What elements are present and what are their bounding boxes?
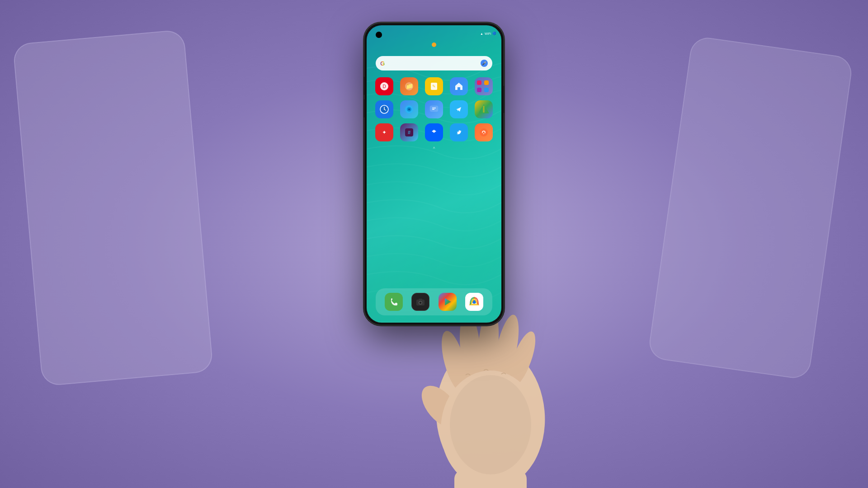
gallery-icon [400,100,418,118]
svg-rect-33 [419,299,422,300]
app-clock[interactable] [373,100,396,120]
dock-phone[interactable] [385,293,403,311]
app-grid: D 📁 ✎ [372,77,496,153]
svg-text:📁: 📁 [406,82,414,90]
authy-icon: ✦ [375,123,393,141]
app-musicvideo[interactable] [472,77,495,97]
volume-up-button[interactable] [364,77,364,95]
app-home[interactable] [447,77,471,97]
svg-text:✎: ✎ [432,84,436,89]
date-weather-widget [367,42,501,47]
musicvideo-icon [475,77,493,95]
solidexp-icon: 📁 [400,77,418,95]
sun-icon [432,42,436,47]
svg-point-29 [480,128,488,136]
telegram-icon [450,100,468,118]
twitter-icon [450,123,468,141]
app-syncpro[interactable] [472,123,495,143]
wifi-icon: WiFi [485,32,491,35]
app-dropbox[interactable] [422,123,446,143]
svg-point-14 [408,108,410,110]
dropbox-icon [425,123,443,141]
svg-marker-34 [445,298,451,305]
app-telegram[interactable] [447,100,471,120]
svg-text:#: # [408,130,411,135]
phone-wrapper: ▲ WiFi 🔵 G 🎤 [364,23,504,325]
clock-icon [375,100,393,118]
google-search-bar[interactable]: G 🎤 [376,56,492,70]
app-slack[interactable]: # [397,123,421,143]
app-keepnotes[interactable]: ✎ [422,77,446,97]
date-text [367,42,501,47]
dock-chrome[interactable] [465,293,483,311]
app-messages[interactable] [422,100,446,120]
power-button[interactable] [504,86,504,113]
app-drive[interactable] [472,100,495,120]
app-solidexp[interactable]: 📁 [397,77,421,97]
app-dock [376,288,492,315]
syncpro-icon [475,123,493,141]
slack-icon: # [400,123,418,141]
messages-icon [425,100,443,118]
keepnotes-icon: ✎ [425,77,443,95]
dock-camera[interactable] [411,293,429,311]
app-twitter[interactable] [447,123,471,143]
app-row-1: D 📁 ✎ [372,77,496,97]
status-icons: ▲ WiFi 🔵 [480,32,498,35]
dock-playstore[interactable] [439,293,457,311]
status-bar: ▲ WiFi 🔵 [367,29,501,38]
signal-icon: ▲ [480,32,483,35]
bluetooth-icon: 🔵 [492,32,496,35]
svg-point-46 [450,375,531,474]
phone-screen: ▲ WiFi 🔵 G 🎤 [367,25,501,323]
voice-search-button[interactable]: 🎤 [481,60,488,67]
svg-point-32 [420,302,422,304]
bg-phone-left [13,29,214,386]
app-authy[interactable]: ✦ [373,123,396,143]
phone-device: ▲ WiFi 🔵 G 🎤 [364,23,504,325]
svg-marker-7 [455,83,462,90]
home-icon [450,77,468,95]
dock-expand-arrow[interactable]: ^ [372,146,496,151]
app-gallery[interactable] [397,100,421,120]
google-g-logo: G [380,60,385,67]
svg-rect-15 [430,106,438,112]
app-row-3: ✦ # [372,123,496,143]
app-doordash[interactable]: D [373,77,396,97]
app-row-2 [372,100,496,120]
volume-down-button[interactable] [364,99,364,117]
svg-text:D: D [383,84,386,89]
svg-text:✦: ✦ [382,129,387,136]
doordash-icon: D [375,77,393,95]
drive-icon [475,100,493,118]
